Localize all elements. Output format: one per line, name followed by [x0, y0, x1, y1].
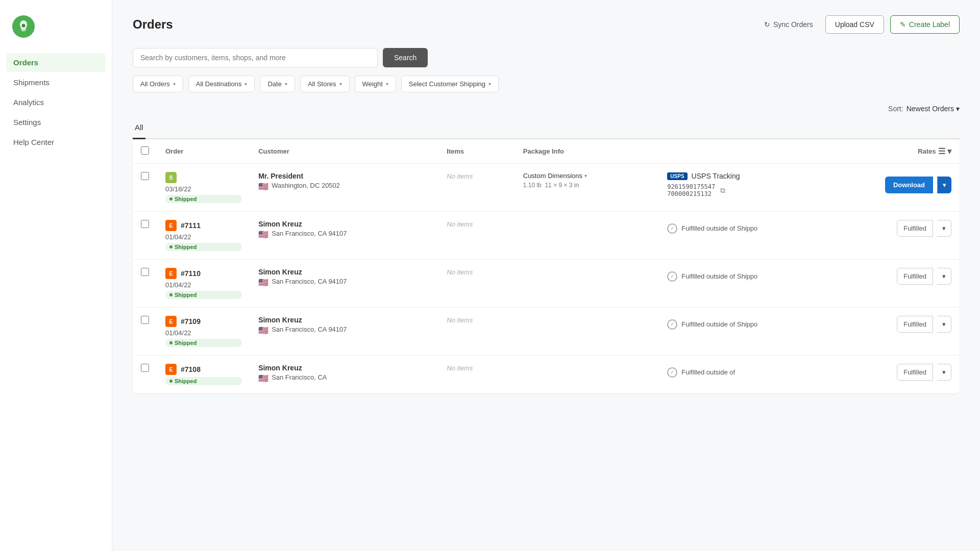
order-info: S 03/18/22 Shipped	[165, 172, 242, 203]
customer-info: Mr. President 🇺🇸 Washington, DC 20502	[258, 172, 430, 191]
table-row: E #7108 Shipped Simon Kreuz 🇺🇸 San Franc…	[133, 356, 960, 394]
fulfilled-outside: ✓ Fulfilled outside of Shippo	[667, 271, 757, 282]
row-checkbox[interactable]	[141, 220, 149, 228]
actions-col: Download ▾	[885, 177, 951, 193]
tracking-number: 9261590175547700000215132	[667, 183, 715, 197]
fulfilled-outside: ✓ Fulfilled outside of Shippo	[667, 319, 757, 330]
sidebar-item-analytics[interactable]: Analytics	[6, 93, 106, 112]
fulfilled-chevron-button[interactable]: ▾	[937, 220, 951, 237]
sync-icon: ↻	[764, 20, 770, 29]
status-badge: Shipped	[165, 377, 242, 385]
package-dims: 1.10 lb 11 × 9 × 3 in	[523, 182, 651, 189]
main-content: Orders ↻ Sync Orders Upload CSV ✎ Create…	[112, 0, 980, 551]
columns-menu-icon[interactable]: ☰ ▾	[938, 146, 951, 156]
items-cell: No items	[447, 220, 473, 228]
select-all-checkbox[interactable]	[141, 146, 149, 155]
sort-value[interactable]: Newest Orders ▾	[906, 105, 960, 113]
all-orders-filter[interactable]: All Orders ▾	[133, 76, 183, 92]
country-flag: 🇺🇸	[258, 278, 268, 287]
fulfilled-outside: ✓ Fulfilled outside of	[667, 367, 735, 378]
copy-icon[interactable]: ⧉	[718, 184, 727, 197]
package-type: Custom Dimensions ▾	[523, 172, 651, 180]
country-flag: 🇺🇸	[258, 182, 268, 191]
customer-name: Simon Kreuz	[258, 268, 430, 276]
order-info: E #7111 01/04/22 Shipped	[165, 220, 242, 251]
fulfilled-button[interactable]: Fulfilled	[897, 268, 933, 285]
header-actions: ↻ Sync Orders Upload CSV ✎ Create Label	[758, 15, 960, 34]
customer-info: Simon Kreuz 🇺🇸 San Francisco, CA 94107	[258, 268, 430, 287]
fulfilled-chevron-button[interactable]: ▾	[937, 316, 951, 333]
page-header: Orders ↻ Sync Orders Upload CSV ✎ Create…	[133, 15, 960, 34]
badge-dot	[169, 341, 173, 344]
tab-all[interactable]: All	[133, 119, 145, 139]
chevron-down-icon: ▾	[244, 81, 247, 87]
order-date: 01/04/22	[165, 233, 242, 241]
upload-csv-button[interactable]: Upload CSV	[825, 15, 884, 34]
customer-info: Simon Kreuz 🇺🇸 San Francisco, CA	[258, 364, 430, 383]
badge-dot	[169, 380, 173, 383]
customer-address: 🇺🇸 San Francisco, CA	[258, 373, 430, 383]
actions-col: Fulfilled ▾	[897, 364, 951, 381]
row-checkbox[interactable]	[141, 364, 149, 372]
usps-logo: USPS	[667, 172, 687, 180]
customer-name: Simon Kreuz	[258, 316, 430, 324]
all-stores-filter[interactable]: All Stores ▾	[300, 76, 350, 92]
fulfilled-label: Fulfilled outside of Shippo	[681, 272, 757, 280]
sort-label: Sort:	[888, 105, 903, 113]
fulfilled-button[interactable]: Fulfilled	[897, 316, 933, 333]
date-filter[interactable]: Date ▾	[260, 76, 295, 92]
country-flag: 🇺🇸	[258, 325, 268, 335]
sidebar-item-help[interactable]: Help Center	[6, 133, 106, 152]
page-title: Orders	[133, 17, 173, 32]
download-chevron-button[interactable]: ▾	[937, 177, 951, 193]
customer-info: Simon Kreuz 🇺🇸 San Francisco, CA 94107	[258, 220, 430, 239]
tab-bar: All	[133, 119, 960, 139]
download-button[interactable]: Download	[885, 177, 933, 193]
package-info: Custom Dimensions ▾ 1.10 lb 11 × 9 × 3 i…	[523, 172, 651, 189]
order-col-header: Order	[157, 139, 250, 164]
customer-address: 🇺🇸 Washington, DC 20502	[258, 182, 430, 191]
fulfilled-chevron-button[interactable]: ▾	[937, 268, 951, 285]
fulfilled-button[interactable]: Fulfilled	[897, 220, 933, 237]
customer-address: 🇺🇸 San Francisco, CA 94107	[258, 230, 430, 239]
create-label-button[interactable]: ✎ Create Label	[890, 15, 960, 34]
actions-col: Fulfilled ▾	[897, 268, 951, 285]
sync-orders-button[interactable]: ↻ Sync Orders	[758, 16, 819, 33]
items-cell: No items	[447, 172, 473, 180]
rate-label: USPS Tracking	[692, 172, 740, 180]
row-checkbox[interactable]	[141, 316, 149, 324]
sidebar-item-shipments[interactable]: Shipments	[6, 73, 106, 92]
store-icon: E	[165, 268, 177, 279]
chevron-down-icon: ▾	[285, 81, 287, 87]
order-info: E #7110 01/04/22 Shipped	[165, 268, 242, 299]
table-row: E #7111 01/04/22 Shipped Simon Kreuz 🇺🇸 …	[133, 212, 960, 260]
row-checkbox[interactable]	[141, 268, 149, 276]
customer-city: San Francisco, CA 94107	[272, 230, 347, 237]
fulfilled-chevron-button[interactable]: ▾	[937, 364, 951, 381]
row-checkbox[interactable]	[141, 172, 149, 180]
fulfilled-button[interactable]: Fulfilled	[897, 364, 933, 381]
svg-point-1	[21, 27, 27, 32]
items-col-header: Items	[438, 139, 515, 164]
status-badge: Shipped	[165, 291, 242, 299]
search-input[interactable]	[133, 48, 378, 67]
search-button[interactable]: Search	[383, 48, 428, 67]
order-info: E #7108 Shipped	[165, 364, 242, 385]
all-destinations-filter[interactable]: All Destinations ▾	[188, 76, 255, 92]
sidebar-item-orders[interactable]: Orders	[6, 53, 106, 72]
sidebar-item-settings[interactable]: Settings	[6, 113, 106, 132]
sort-bar: Sort: Newest Orders ▾	[133, 105, 960, 113]
items-cell: No items	[447, 268, 473, 276]
order-number: #7111	[181, 221, 201, 230]
customer-shipping-filter[interactable]: Select Customer Shipping ▾	[401, 76, 499, 92]
badge-dot	[169, 293, 173, 296]
orders-table: Order Customer Items Package Info Rates …	[133, 139, 960, 393]
weight-filter[interactable]: Weight ▾	[355, 76, 396, 92]
order-number: #7109	[181, 317, 201, 325]
search-bar: Search	[133, 48, 960, 67]
chevron-down-icon: ▾	[488, 81, 491, 87]
actions-col: Fulfilled ▾	[897, 316, 951, 333]
status-badge: Shipped	[165, 243, 242, 251]
customer-city: Washington, DC 20502	[272, 182, 340, 189]
badge-dot	[169, 245, 173, 248]
